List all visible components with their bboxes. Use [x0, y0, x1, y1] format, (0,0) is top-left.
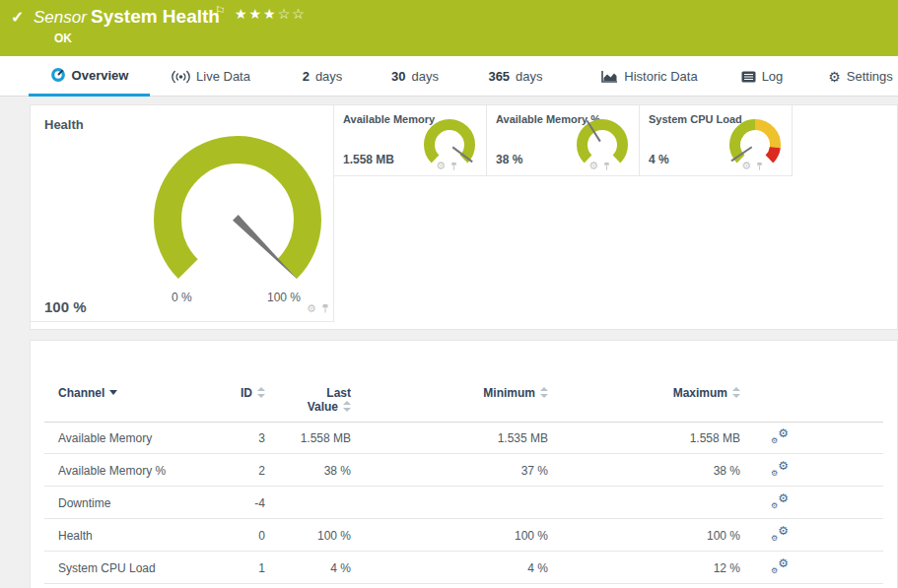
channel-settings-gears-icon[interactable]: ⚙⚙: [771, 558, 789, 574]
column-header-channel[interactable]: Channel: [58, 378, 236, 400]
priority-stars[interactable]: ★★★☆☆: [235, 6, 307, 22]
channel-name: Available Memory %: [58, 464, 236, 478]
gear-icon: ⚙: [828, 70, 841, 84]
tab-365-days-number: 365: [488, 69, 510, 84]
channel-id: 0: [236, 529, 265, 543]
channel-maximum: 12 %: [548, 561, 740, 575]
sensor-status-badge: OK: [54, 32, 72, 45]
tab-30-days-number: 30: [391, 69, 405, 84]
column-header-maximum[interactable]: Maximum: [548, 378, 740, 400]
channel-minimum: 37 %: [351, 464, 548, 478]
column-header-last-value[interactable]: Last Value: [265, 378, 351, 414]
tab-2-days[interactable]: 2 days: [294, 56, 351, 97]
tab-2-days-number: 2: [303, 69, 310, 84]
gauge-settings-gear-icon[interactable]: ⚙: [588, 161, 598, 171]
gauges-panel: Health 0 % 100 % 100 % ⚙: [30, 104, 898, 330]
tab-30-days[interactable]: 30 days: [382, 56, 448, 97]
table-row-available-memory[interactable]: Available Memory 3 1.558 MB 1.535 MB 1.5…: [31, 422, 897, 454]
channel-maximum: 100 %: [548, 529, 740, 543]
tab-365-days-unit: days: [516, 69, 542, 84]
sort-icon: [342, 401, 351, 412]
health-current-value: 100 %: [44, 298, 87, 315]
channel-last-value: 38 %: [265, 464, 351, 478]
pin-icon[interactable]: [320, 303, 330, 314]
tab-historic-data-label: Historic Data: [624, 69, 697, 84]
sensor-kind-label: Sensor: [34, 8, 87, 28]
gauge-icon: [50, 67, 66, 83]
channel-settings-gears-icon[interactable]: ⚙⚙: [771, 526, 789, 542]
channel-name: Available Memory: [58, 431, 236, 445]
area-chart-icon: [601, 70, 618, 83]
pin-icon[interactable]: [755, 162, 764, 171]
health-gauge: [144, 126, 331, 284]
channel-name: Health: [58, 529, 236, 543]
gauge-settings-gear-icon[interactable]: ⚙: [307, 303, 316, 314]
channel-settings-gears-icon[interactable]: ⚙⚙: [771, 493, 789, 509]
tab-overview-label: Overview: [72, 68, 129, 83]
table-row-downtime[interactable]: Downtime -4 ⚙⚙: [31, 487, 897, 519]
system-cpu-load-value: 4 %: [649, 153, 669, 166]
tab-overview[interactable]: Overview: [29, 56, 150, 97]
channel-id: -4: [236, 496, 265, 510]
channel-last-value: 100 %: [265, 529, 351, 543]
flag-icon[interactable]: ⚐: [215, 4, 226, 18]
table-row-system-cpu-load[interactable]: System CPU Load 1 4 % 4 % 12 % ⚙⚙: [31, 552, 897, 584]
system-cpu-load-gauge-block: System CPU Load 4 % ⚙: [640, 105, 793, 176]
tab-settings[interactable]: ⚙ Settings: [824, 56, 897, 97]
channel-minimum: 4 %: [351, 561, 548, 575]
available-memory-pct-gauge-block: Available Memory % 38 % ⚙: [487, 105, 640, 176]
sensor-header: ✓ Sensor System Health ⚐ ★★★☆☆ OK: [0, 0, 898, 56]
available-memory-value: 1.558 MB: [343, 153, 394, 166]
channel-minimum: 100 %: [351, 529, 548, 543]
pin-icon[interactable]: [449, 162, 458, 171]
tab-log[interactable]: Log: [733, 56, 791, 97]
log-list-icon: [741, 71, 756, 83]
tab-historic-data[interactable]: Historic Data: [584, 56, 716, 97]
channel-name: System CPU Load: [58, 561, 236, 575]
pin-icon[interactable]: [602, 162, 611, 171]
channel-maximum: 1.558 MB: [548, 431, 740, 445]
gauge-settings-gear-icon[interactable]: ⚙: [436, 161, 446, 171]
sort-desc-icon: [109, 390, 117, 395]
health-scale-min: 0 %: [172, 291, 192, 304]
tab-log-label: Log: [762, 69, 784, 84]
tab-live-data[interactable]: Live Data: [158, 56, 264, 97]
gauge-settings-gear-icon[interactable]: ⚙: [741, 161, 751, 171]
tab-365-days[interactable]: 365 days: [481, 56, 550, 97]
channel-id: 1: [236, 561, 265, 575]
channel-settings-gears-icon[interactable]: ⚙⚙: [771, 428, 789, 444]
channel-maximum: 38 %: [548, 464, 740, 478]
column-header-minimum[interactable]: Minimum: [351, 378, 548, 400]
status-ok-check-icon: ✓: [11, 8, 24, 27]
channel-id: 3: [236, 431, 265, 445]
channels-table-panel: Channel ID Last Value Minimum Maximum Av…: [30, 340, 898, 588]
live-data-icon: [172, 70, 190, 84]
health-gauge-block: Health 0 % 100 % 100 % ⚙: [31, 105, 334, 322]
channel-settings-gears-icon[interactable]: ⚙⚙: [771, 461, 789, 477]
available-memory-gauge-block: Available Memory 1.558 MB ⚙: [334, 105, 487, 176]
channel-name: Downtime: [58, 496, 236, 510]
sort-icon: [539, 387, 548, 398]
channel-minimum: 1.535 MB: [351, 431, 548, 445]
channel-last-value: 4 %: [265, 561, 351, 575]
channel-id: 2: [236, 464, 265, 478]
available-memory-pct-value: 38 %: [496, 153, 522, 166]
table-row-health[interactable]: Health 0 100 % 100 % 100 % ⚙⚙: [31, 519, 897, 552]
channel-last-value: 1.558 MB: [265, 431, 351, 445]
table-row-available-memory-pct[interactable]: Available Memory % 2 38 % 37 % 38 % ⚙⚙: [31, 454, 897, 487]
tab-30-days-unit: days: [412, 69, 439, 84]
column-header-id[interactable]: ID: [236, 378, 265, 400]
sort-icon: [256, 387, 265, 398]
tab-2-days-unit: days: [315, 69, 342, 84]
sensor-title: System Health: [91, 6, 220, 28]
tab-live-data-label: Live Data: [196, 69, 250, 84]
health-scale-max: 100 %: [267, 291, 301, 304]
sort-icon: [731, 387, 740, 398]
tab-settings-label: Settings: [847, 69, 893, 84]
tab-bar: Overview Live Data 2 days 30 days 365: [0, 56, 898, 97]
table-header-row: Channel ID Last Value Minimum Maximum: [31, 378, 897, 422]
prtg-sensor-page: ✓ Sensor System Health ⚐ ★★★☆☆ OK Overvi…: [0, 0, 898, 588]
health-gauge-title: Health: [44, 117, 84, 132]
